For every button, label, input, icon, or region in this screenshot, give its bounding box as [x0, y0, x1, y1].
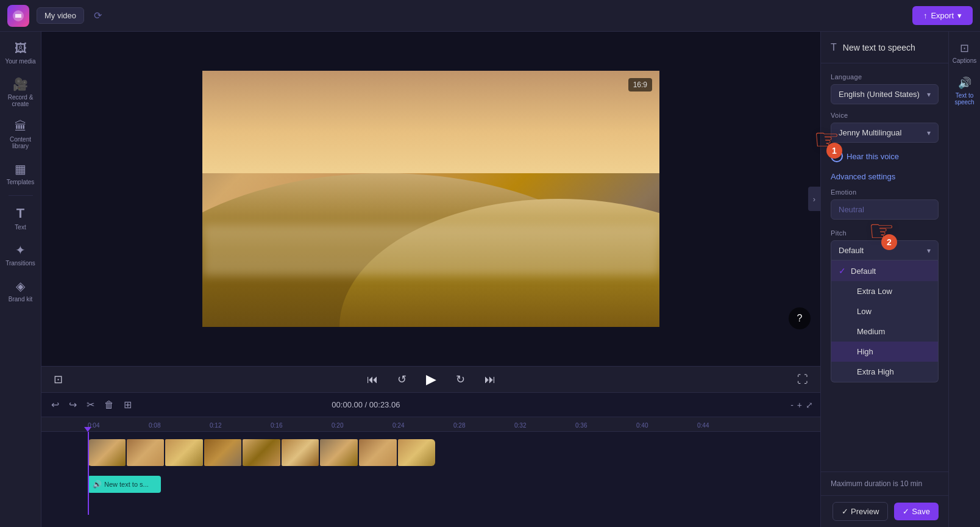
voice-dropdown[interactable]: Jenny Multilingual ▾	[831, 123, 939, 143]
language-dropdown[interactable]: English (United States) ▾	[831, 84, 939, 104]
sidebar-item-brand-kit[interactable]: ◈ Brand kit	[2, 274, 39, 307]
sidebar-item-templates[interactable]: ▦ Templates	[2, 157, 39, 190]
right-panel: T New text to speech Language English (U…	[820, 32, 948, 527]
help-button[interactable]: ?	[789, 307, 811, 329]
pitch-option-medium[interactable]: Medium	[831, 321, 938, 342]
topbar: My video ⟳ ↑ Export ▾	[0, 0, 980, 32]
thumb-7	[320, 439, 358, 466]
add-to-timeline-button[interactable]: ⊞	[121, 396, 134, 413]
right-panel-content: Language English (United States) ▾ Voice…	[821, 63, 948, 471]
preview-button[interactable]: ✓ Preview	[833, 502, 888, 521]
voice-value: Jenny Multilingual	[839, 128, 901, 137]
save-button[interactable]: ✓ Save	[894, 503, 939, 520]
voice-dropdown-arrow: ▾	[927, 129, 931, 137]
sidebar-item-your-media[interactable]: 🖼 Your media	[2, 37, 39, 70]
pitch-dropdown[interactable]: Default ▾	[831, 240, 939, 260]
cc-tts-item[interactable]: 🔊 Text to speech	[951, 71, 978, 110]
pitch-option-label: Default	[851, 267, 876, 276]
play-button[interactable]: ▶	[421, 369, 441, 390]
tts-icon: 🔊	[958, 76, 971, 90]
pitch-option-extra-high[interactable]: Extra High	[831, 362, 938, 382]
cc-captions-item[interactable]: ⊡ Captions	[951, 37, 978, 69]
thumb-4	[204, 439, 242, 466]
rewind-button[interactable]: ↺	[392, 370, 411, 389]
language-label: Language	[831, 73, 939, 81]
playback-controls: ⊡ ⏮ ↺ ▶ ↻ ⏭ ⛶	[41, 366, 820, 393]
hear-voice-play-icon: ▶	[831, 150, 843, 162]
timeline-ruler: 0:04 0:08 0:12 0:16 0:20 0:24 0:28 0:32 …	[41, 417, 820, 432]
delete-button[interactable]: 🗑	[102, 397, 116, 413]
main-layout: 🖼 Your media 🎥 Record & create 🏛 Content…	[0, 32, 980, 527]
sidebar-item-label: Brand kit	[9, 296, 32, 303]
captions-label: Captions	[953, 57, 976, 64]
cc-panel: ⊡ Captions 🔊 Text to speech	[948, 32, 980, 527]
sidebar-item-label: Templates	[7, 179, 35, 185]
video-thumbnails	[88, 439, 435, 466]
ruler-mark-9: 0:40	[636, 422, 697, 429]
pitch-option-default[interactable]: ✓ Default	[831, 260, 938, 281]
sidebar-item-label: Text	[15, 224, 26, 231]
transitions-icon: ✦	[15, 243, 26, 257]
sync-icon: ⟳	[94, 10, 102, 21]
fit-timeline-button[interactable]: ⤢	[806, 400, 813, 410]
playhead[interactable]	[88, 432, 89, 515]
ruler-mark-1: 0:08	[149, 422, 210, 429]
text-clip[interactable]: 🔊 New text to s...	[88, 476, 161, 493]
hear-voice-button[interactable]: ▶ Hear this voice	[831, 150, 939, 162]
sidebar-item-record-create[interactable]: 🎥 Record & create	[2, 72, 39, 112]
export-button[interactable]: ↑ Export ▾	[912, 6, 973, 25]
sidebar-item-text[interactable]: T Text	[2, 201, 39, 235]
thumb-3	[165, 439, 203, 466]
forward-button[interactable]: ↻	[451, 370, 470, 389]
playhead-handle[interactable]	[84, 427, 91, 432]
sky-layer	[202, 71, 659, 173]
zoom-in-button[interactable]: +	[797, 400, 802, 410]
skip-to-end-button[interactable]: ⏭	[480, 371, 500, 389]
export-icon: ↑	[923, 11, 928, 20]
advanced-settings-toggle[interactable]: Advanced settings	[831, 172, 939, 181]
zoom-out-button[interactable]: -	[790, 400, 794, 410]
max-duration-notice: Maximum duration is 10 min	[821, 471, 948, 495]
pitch-option-label: Extra Low	[857, 287, 892, 296]
pitch-option-low[interactable]: Low	[831, 301, 938, 321]
export-chevron: ▾	[957, 11, 962, 20]
ruler-mark-6: 0:28	[453, 422, 514, 429]
ruler-mark-3: 0:16	[271, 422, 332, 429]
panel-collapse-button[interactable]: ›	[808, 187, 820, 211]
ruler-mark-7: 0:32	[514, 422, 575, 429]
undo-button[interactable]: ↩	[49, 396, 62, 413]
timeline-scroll[interactable]: 0:04 0:08 0:12 0:16 0:20 0:24 0:28 0:32 …	[41, 417, 820, 527]
video-title-input[interactable]: My video	[37, 7, 84, 24]
aspect-ratio-badge: 16:9	[628, 78, 652, 91]
thumb-6	[282, 439, 319, 466]
sidebar: 🖼 Your media 🎥 Record & create 🏛 Content…	[0, 32, 41, 527]
timeline-area: ↩ ↪ ✂ 🗑 ⊞ 00:00.00 / 00:23.06 - + ⤢ 0:04	[41, 393, 820, 527]
timeline-tracks: 🔊 New text to s...	[41, 432, 820, 515]
preview-check-icon: ✓	[842, 507, 848, 516]
captions-icon: ⊡	[960, 41, 969, 55]
video-clip[interactable]	[88, 439, 435, 466]
pitch-option-high[interactable]: High	[831, 342, 938, 362]
captions-toggle-button[interactable]: ⊡	[49, 370, 68, 389]
ruler-mark-2: 0:12	[210, 422, 271, 429]
fullscreen-button[interactable]: ⛶	[792, 371, 813, 389]
center-area: 16:9 ? › ⊡ ⏮ ↺ ▶ ↻ ⏭ ⛶ ↩ ↪ ✂ 🗑 ⊞	[41, 32, 820, 527]
sidebar-item-content-library[interactable]: 🏛 Content library	[2, 115, 39, 154]
pitch-option-extra-low[interactable]: Extra Low	[831, 281, 938, 301]
skip-to-start-button[interactable]: ⏮	[362, 371, 383, 389]
emotion-field: Neutral	[831, 199, 939, 220]
timeline-timestamp: 00:00.00 / 00:23.06	[332, 400, 400, 409]
pitch-option-label: Extra High	[857, 367, 894, 376]
voice-label: Voice	[831, 112, 939, 119]
sidebar-item-label: Record & create	[5, 94, 37, 107]
app-logo	[7, 5, 29, 27]
sidebar-item-transitions[interactable]: ✦ Transitions	[2, 238, 39, 271]
preview-label: Preview	[851, 507, 879, 516]
brand-kit-icon: ◈	[16, 279, 25, 293]
pitch-check-icon: ✓	[839, 266, 846, 276]
record-create-icon: 🎥	[13, 77, 28, 91]
pitch-option-label: Low	[857, 307, 872, 316]
save-check-icon: ✓	[903, 507, 909, 516]
cut-button[interactable]: ✂	[84, 396, 97, 413]
redo-button[interactable]: ↪	[66, 396, 79, 413]
